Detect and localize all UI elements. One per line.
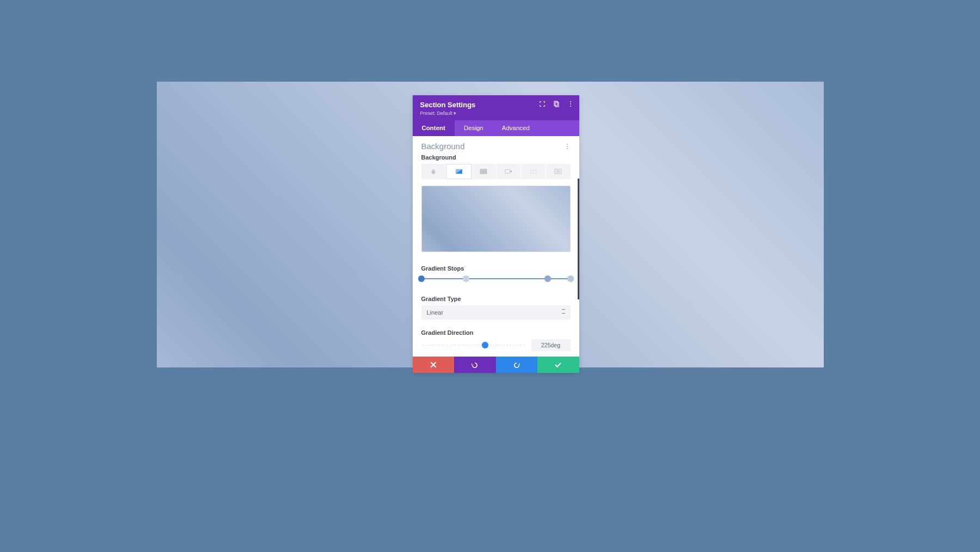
copy-icon[interactable]: [553, 101, 560, 107]
page-canvas: Section Settings Preset: Default▾ Conten…: [157, 82, 824, 367]
panel-header: Section Settings Preset: Default▾: [413, 95, 579, 120]
gradient-stops-slider[interactable]: [421, 275, 571, 283]
expand-icon[interactable]: [539, 101, 546, 107]
svg-rect-1: [555, 102, 559, 107]
chevron-down-icon: ▾: [454, 111, 456, 116]
background-label: Background: [421, 154, 571, 161]
bgtype-image[interactable]: [471, 164, 497, 179]
bgtype-pattern[interactable]: [521, 164, 546, 179]
redo-button[interactable]: [496, 357, 538, 373]
section-heading-row: Background: [421, 142, 571, 151]
preset-selector[interactable]: Preset: Default▾: [420, 111, 572, 116]
bgtype-color[interactable]: [421, 164, 446, 179]
undo-button[interactable]: [454, 357, 496, 373]
scrollbar[interactable]: [578, 179, 579, 299]
gradient-type-label: Gradient Type: [421, 296, 571, 302]
svg-point-4: [482, 170, 483, 171]
svg-rect-5: [505, 170, 510, 174]
gradient-preview[interactable]: [421, 186, 571, 252]
bgtype-gradient[interactable]: [446, 164, 471, 179]
gradient-stop-handle[interactable]: [463, 275, 469, 282]
gradient-direction-row: 225deg: [421, 339, 571, 351]
gradient-stop-handle[interactable]: [567, 275, 574, 282]
svg-point-9: [530, 173, 531, 174]
gradient-stops-label: Gradient Stops: [421, 265, 571, 272]
tab-content[interactable]: Content: [413, 120, 455, 136]
gradient-stop-handle[interactable]: [544, 275, 551, 282]
panel-body: Background Background: [413, 136, 579, 351]
svg-point-10: [533, 173, 534, 174]
settings-panel: Section Settings Preset: Default▾ Conten…: [413, 95, 579, 373]
gradient-type-select[interactable]: Linear: [421, 305, 571, 320]
gradient-direction-label: Gradient Direction: [421, 329, 571, 336]
cancel-button[interactable]: [413, 357, 455, 373]
slider-handle[interactable]: [482, 342, 488, 348]
svg-point-6: [530, 170, 531, 171]
tab-bar: Content Design Advanced: [413, 120, 579, 136]
svg-point-7: [533, 170, 534, 171]
gradient-stop-handle[interactable]: [418, 275, 425, 282]
slider-track: [421, 345, 525, 346]
panel-footer: [413, 357, 579, 373]
background-type-tabs: [421, 164, 571, 179]
preset-label: Preset: Default: [420, 111, 453, 116]
svg-point-8: [535, 170, 536, 171]
header-actions: [539, 101, 574, 107]
direction-slider[interactable]: [421, 341, 525, 349]
svg-point-11: [535, 173, 536, 174]
tab-advanced[interactable]: Advanced: [493, 120, 539, 136]
direction-value-input[interactable]: 225deg: [531, 339, 571, 351]
menu-icon[interactable]: [567, 101, 574, 107]
bgtype-mask[interactable]: [546, 164, 571, 179]
section-heading: Background: [421, 142, 465, 151]
svg-rect-0: [554, 101, 558, 106]
save-button[interactable]: [537, 357, 579, 373]
tab-design[interactable]: Design: [455, 120, 493, 136]
section-menu-icon[interactable]: [564, 143, 571, 150]
bgtype-video[interactable]: [497, 164, 522, 179]
